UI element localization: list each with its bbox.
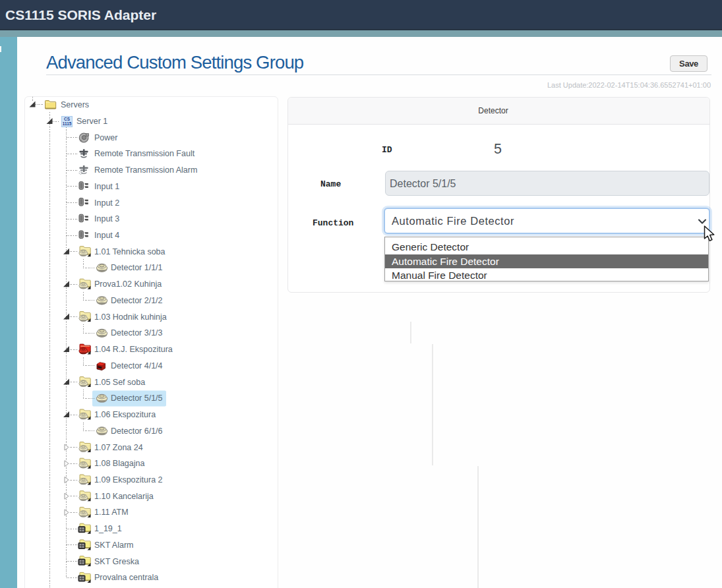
svg-text:CS: CS bbox=[64, 117, 71, 121]
svg-text:1115: 1115 bbox=[63, 121, 72, 126]
